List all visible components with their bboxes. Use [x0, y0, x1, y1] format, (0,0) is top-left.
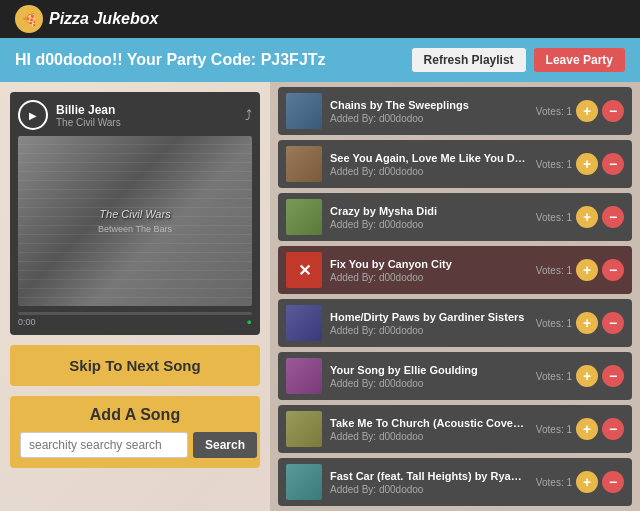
- song-added-by: Added By: d00dodoo: [330, 378, 528, 389]
- list-item: Chains by The Sweeplings Added By: d00do…: [278, 87, 632, 135]
- vote-down-button[interactable]: −: [602, 206, 624, 228]
- list-item: Crazy by Mysha Didi Added By: d00dodoo V…: [278, 193, 632, 241]
- player-controls: ▶ Billie Jean The Civil Wars: [18, 100, 121, 130]
- song-added-by: Added By: d00dodoo: [330, 219, 528, 230]
- current-song-info: Billie Jean The Civil Wars: [56, 103, 121, 128]
- song-name: Fix You by Canyon City: [330, 258, 528, 270]
- song-thumbnail: [286, 305, 322, 341]
- song-thumbnail: [286, 411, 322, 447]
- search-row: Search: [20, 432, 250, 458]
- list-item: ✕ Fix You by Canyon City Added By: d00do…: [278, 246, 632, 294]
- song-added-by: Added By: d00dodoo: [330, 272, 528, 283]
- vote-down-button[interactable]: −: [602, 365, 624, 387]
- content-area: ▶ Billie Jean The Civil Wars ⤴ The Civil…: [0, 82, 640, 511]
- header: 🍕 Pizza Jukebox: [0, 0, 640, 38]
- song-name: See You Again, Love Me Like You Do, Suga…: [330, 152, 528, 164]
- votes-count: Votes: 1: [536, 106, 572, 117]
- song-thumbnail: [286, 146, 322, 182]
- song-details: Fix You by Canyon City Added By: d00dodo…: [330, 258, 528, 283]
- vote-up-button[interactable]: +: [576, 259, 598, 281]
- vote-up-button[interactable]: +: [576, 365, 598, 387]
- vote-up-button[interactable]: +: [576, 312, 598, 334]
- song-name: Home/Dirty Paws by Gardiner Sisters: [330, 311, 528, 323]
- song-name: Chains by The Sweeplings: [330, 99, 528, 111]
- time-label: 0:00 ●: [18, 317, 252, 327]
- player-card: ▶ Billie Jean The Civil Wars ⤴ The Civil…: [10, 92, 260, 335]
- play-button[interactable]: ▶: [18, 100, 48, 130]
- song-added-by: Added By: d00dodoo: [330, 166, 528, 177]
- vote-up-button[interactable]: +: [576, 418, 598, 440]
- search-button[interactable]: Search: [193, 432, 257, 458]
- vote-up-button[interactable]: +: [576, 206, 598, 228]
- song-details: See You Again, Love Me Like You Do, Suga…: [330, 152, 528, 177]
- vote-down-button[interactable]: −: [602, 259, 624, 281]
- song-thumbnail: ✕: [286, 252, 322, 288]
- song-added-by: Added By: d00dodoo: [330, 431, 528, 442]
- song-name: Crazy by Mysha Didi: [330, 205, 528, 217]
- vote-down-button[interactable]: −: [602, 418, 624, 440]
- song-details: Chains by The Sweeplings Added By: d00do…: [330, 99, 528, 124]
- main-container: 🍕 Pizza Jukebox HI d00dodoo!! Your Party…: [0, 0, 640, 511]
- share-icon[interactable]: ⤴: [245, 107, 252, 123]
- song-name: Take Me To Church (Acoustic Cover) feat.…: [330, 417, 528, 429]
- song-details: Take Me To Church (Acoustic Cover) feat.…: [330, 417, 528, 442]
- vote-up-button[interactable]: +: [576, 100, 598, 122]
- song-thumbnail: [286, 464, 322, 500]
- votes-count: Votes: 1: [536, 318, 572, 329]
- song-details: Fast Car (feat. Tall Heights) by Ryan Mo…: [330, 470, 528, 495]
- progress-bar: [18, 312, 252, 315]
- vote-section: Votes: 1 + −: [536, 365, 624, 387]
- votes-count: Votes: 1: [536, 159, 572, 170]
- song-added-by: Added By: d00dodoo: [330, 113, 528, 124]
- vote-down-button[interactable]: −: [602, 100, 624, 122]
- vote-section: Votes: 1 + −: [536, 206, 624, 228]
- list-item: Home/Dirty Paws by Gardiner Sisters Adde…: [278, 299, 632, 347]
- song-thumbnail: [286, 199, 322, 235]
- list-item: Your Song by Ellie Goulding Added By: d0…: [278, 352, 632, 400]
- logo-pizza-icon: 🍕: [15, 5, 43, 33]
- player-top: ▶ Billie Jean The Civil Wars ⤴: [18, 100, 252, 130]
- song-thumbnail: [286, 358, 322, 394]
- vote-down-button[interactable]: −: [602, 312, 624, 334]
- vote-down-button[interactable]: −: [602, 471, 624, 493]
- song-details: Home/Dirty Paws by Gardiner Sisters Adde…: [330, 311, 528, 336]
- spotify-badge: ●: [247, 317, 252, 327]
- vote-section: Votes: 1 + −: [536, 259, 624, 281]
- album-art-texture: [18, 136, 252, 306]
- vote-down-button[interactable]: −: [602, 153, 624, 175]
- playlist-panel: Chains by The Sweeplings Added By: d00do…: [270, 82, 640, 511]
- logo: 🍕 Pizza Jukebox: [15, 5, 158, 33]
- current-time: 0:00: [18, 317, 36, 327]
- vote-section: Votes: 1 + −: [536, 312, 624, 334]
- list-item: See You Again, Love Me Like You Do, Suga…: [278, 140, 632, 188]
- current-song-title: Billie Jean: [56, 103, 121, 117]
- party-buttons: Refresh Playlist Leave Party: [412, 48, 625, 72]
- skip-to-next-song-button[interactable]: Skip To Next Song: [10, 345, 260, 386]
- list-item: Fast Car (feat. Tall Heights) by Ryan Mo…: [278, 458, 632, 506]
- list-item: Take Me To Church (Acoustic Cover) feat.…: [278, 405, 632, 453]
- votes-count: Votes: 1: [536, 424, 572, 435]
- vote-section: Votes: 1 + −: [536, 153, 624, 175]
- song-name: Your Song by Ellie Goulding: [330, 364, 528, 376]
- current-song-artist: The Civil Wars: [56, 117, 121, 128]
- add-song-title: Add A Song: [20, 406, 250, 424]
- song-details: Your Song by Ellie Goulding Added By: d0…: [330, 364, 528, 389]
- vote-up-button[interactable]: +: [576, 153, 598, 175]
- leave-party-button[interactable]: Leave Party: [534, 48, 625, 72]
- vote-section: Votes: 1 + −: [536, 471, 624, 493]
- add-song-card: Add A Song Search: [10, 396, 260, 468]
- vote-up-button[interactable]: +: [576, 471, 598, 493]
- song-details: Crazy by Mysha Didi Added By: d00dodoo: [330, 205, 528, 230]
- song-name: Fast Car (feat. Tall Heights) by Ryan Mo…: [330, 470, 528, 482]
- votes-count: Votes: 1: [536, 371, 572, 382]
- search-input[interactable]: [20, 432, 188, 458]
- song-added-by: Added By: d00dodoo: [330, 325, 528, 336]
- refresh-playlist-button[interactable]: Refresh Playlist: [412, 48, 526, 72]
- votes-count: Votes: 1: [536, 212, 572, 223]
- votes-count: Votes: 1: [536, 265, 572, 276]
- vote-section: Votes: 1 + −: [536, 418, 624, 440]
- left-panel: ▶ Billie Jean The Civil Wars ⤴ The Civil…: [0, 82, 270, 511]
- party-code: HI d00dodoo!! Your Party Code: PJ3FJTz: [15, 51, 326, 69]
- party-bar: HI d00dodoo!! Your Party Code: PJ3FJTz R…: [0, 38, 640, 82]
- votes-count: Votes: 1: [536, 477, 572, 488]
